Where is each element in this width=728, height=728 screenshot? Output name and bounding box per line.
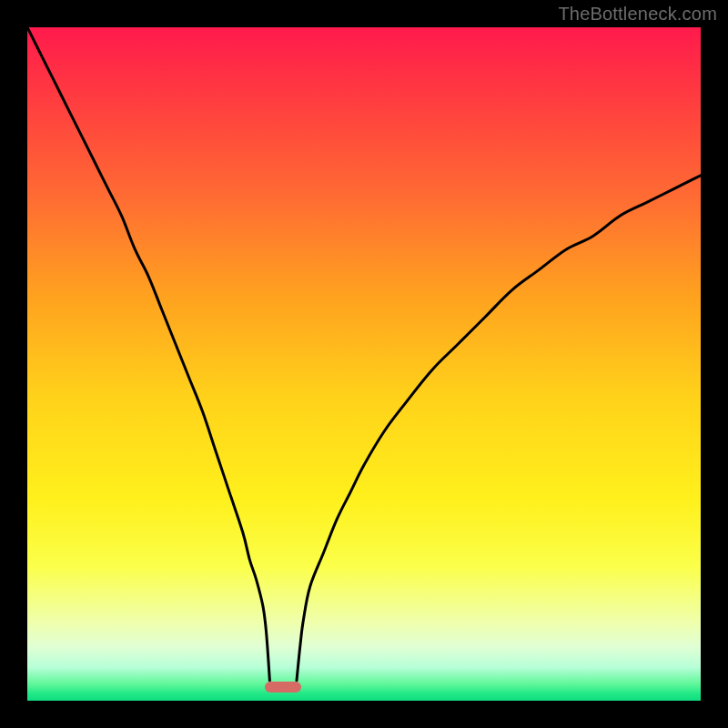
plot-area (27, 27, 701, 701)
watermark-text: TheBottleneck.com (558, 4, 717, 25)
gradient-background (27, 27, 701, 701)
chart-frame: TheBottleneck.com (0, 0, 728, 728)
